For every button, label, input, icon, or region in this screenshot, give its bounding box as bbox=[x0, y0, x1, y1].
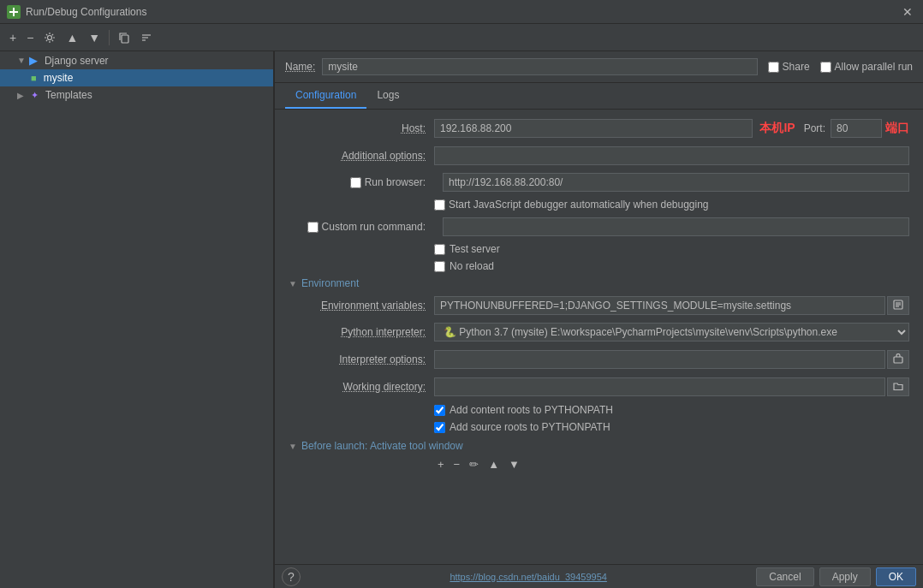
js-debugger-checkbox[interactable] bbox=[434, 199, 445, 211]
name-row: Name: Share Allow parallel run bbox=[275, 51, 923, 83]
python-interpreter-label: Python interpreter: bbox=[289, 326, 434, 338]
down-button[interactable]: ▼ bbox=[84, 28, 104, 47]
port-label: Port: bbox=[804, 122, 825, 134]
test-server-checkbox[interactable] bbox=[434, 244, 445, 255]
env-vars-label: Environment variables: bbox=[289, 300, 434, 312]
sidebar: ▼ ▶ Django server ■ mysite ▶ ✦ Templates bbox=[0, 51, 274, 588]
share-checkbox[interactable] bbox=[768, 62, 779, 73]
add-content-roots-checkbox[interactable] bbox=[434, 405, 445, 416]
remove-config-button[interactable]: − bbox=[22, 28, 38, 47]
templates-icon: ✦ bbox=[31, 90, 39, 101]
svg-rect-3 bbox=[122, 35, 128, 43]
python-interpreter-select[interactable]: 🐍 Python 3.7 (mysite) E:\workspace\Pycha… bbox=[434, 323, 909, 342]
host-row: Host: 本机IP Port: 端口 bbox=[289, 118, 909, 139]
python-interpreter-group: 🐍 Python 3.7 (mysite) E:\workspace\Pycha… bbox=[434, 323, 909, 342]
allow-parallel-wrap: Allow parallel run bbox=[820, 61, 913, 73]
close-button[interactable]: ✕ bbox=[899, 5, 916, 19]
sidebar-item-mysite[interactable]: ■ mysite bbox=[0, 69, 273, 86]
working-directory-browse-button[interactable] bbox=[887, 377, 909, 396]
interpreter-options-row: Interpreter options: bbox=[289, 349, 909, 370]
django-server-label: Django server bbox=[45, 55, 109, 67]
before-launch-arrow[interactable]: ▼ bbox=[289, 442, 297, 451]
environment-section-header: ▼ Environment bbox=[289, 277, 909, 289]
env-vars-input[interactable] bbox=[434, 296, 885, 315]
svg-rect-1 bbox=[13, 8, 15, 16]
interpreter-options-input[interactable] bbox=[434, 350, 885, 369]
tab-configuration[interactable]: Configuration bbox=[285, 83, 366, 109]
django-server-arrow: ▼ bbox=[17, 56, 26, 65]
bottom-bar: ? https://blog.csdn.net/baidu_39459954 C… bbox=[275, 564, 923, 588]
working-directory-input[interactable] bbox=[434, 377, 885, 396]
interpreter-options-group bbox=[434, 350, 909, 369]
run-browser-url-input[interactable] bbox=[443, 173, 909, 192]
no-reload-checkbox[interactable] bbox=[434, 261, 445, 272]
allow-parallel-label: Allow parallel run bbox=[835, 61, 913, 73]
custom-run-command-input[interactable] bbox=[443, 217, 909, 236]
test-server-label-wrap: Test server bbox=[434, 243, 500, 255]
additional-options-row: Additional options: bbox=[289, 146, 909, 166]
mysite-label: mysite bbox=[44, 72, 74, 84]
url-text[interactable]: https://blog.csdn.net/baidu_39459954 bbox=[450, 572, 606, 582]
content-panel: Name: Share Allow parallel run Configura… bbox=[275, 51, 923, 588]
cancel-button[interactable]: Cancel bbox=[756, 567, 813, 586]
additional-options-input[interactable] bbox=[434, 146, 909, 165]
share-label: Share bbox=[783, 61, 810, 73]
js-debugger-row: Start JavaScript debugger automatically … bbox=[289, 199, 909, 211]
sidebar-item-templates[interactable]: ▶ ✦ Templates bbox=[0, 86, 273, 104]
ok-button[interactable]: OK bbox=[876, 567, 916, 586]
run-browser-label-wrap: Run browser: bbox=[289, 176, 434, 188]
app-icon bbox=[7, 5, 21, 19]
before-launch-toolbar: + − ✏ ▲ ▼ bbox=[289, 457, 909, 472]
working-directory-label: Working directory: bbox=[289, 381, 434, 393]
django-server-icon: ▶ bbox=[29, 54, 38, 67]
allow-parallel-checkbox[interactable] bbox=[820, 62, 831, 73]
host-label: Host: bbox=[289, 122, 434, 134]
port-input[interactable] bbox=[831, 119, 882, 138]
before-launch-title: Before launch: Activate tool window bbox=[301, 440, 463, 452]
add-source-roots-checkbox[interactable] bbox=[434, 422, 445, 433]
before-launch-edit-button[interactable]: ✏ bbox=[466, 457, 482, 472]
before-launch-add-button[interactable]: + bbox=[434, 457, 448, 472]
settings-button[interactable] bbox=[39, 29, 60, 46]
window-title: Run/Debug Configurations bbox=[26, 6, 146, 18]
interpreter-options-browse-button[interactable] bbox=[887, 350, 909, 369]
before-launch-up-button[interactable]: ▲ bbox=[485, 457, 503, 472]
before-launch-section: ▼ Before launch: Activate tool window + … bbox=[289, 440, 909, 472]
env-vars-row: Environment variables: bbox=[289, 296, 909, 315]
python-interpreter-row: Python interpreter: 🐍 Python 3.7 (mysite… bbox=[289, 322, 909, 342]
add-config-button[interactable]: + bbox=[5, 28, 21, 47]
add-source-roots-label-wrap: Add source roots to PYTHONPATH bbox=[434, 421, 610, 433]
before-launch-remove-button[interactable]: − bbox=[450, 457, 464, 472]
apply-button[interactable]: Apply bbox=[819, 567, 871, 586]
tabs-bar: Configuration Logs bbox=[275, 83, 923, 110]
before-launch-header: ▼ Before launch: Activate tool window bbox=[289, 440, 909, 452]
tab-logs[interactable]: Logs bbox=[366, 83, 409, 109]
add-content-roots-label-wrap: Add content roots to PYTHONPATH bbox=[434, 404, 613, 416]
run-browser-checkbox[interactable] bbox=[350, 177, 361, 188]
help-button[interactable]: ? bbox=[282, 567, 301, 586]
sort-button[interactable] bbox=[136, 29, 157, 46]
additional-options-label: Additional options: bbox=[289, 150, 434, 162]
name-input[interactable] bbox=[322, 58, 757, 75]
env-vars-browse-button[interactable] bbox=[887, 296, 909, 315]
up-button[interactable]: ▲ bbox=[62, 28, 82, 47]
svg-point-2 bbox=[48, 35, 52, 39]
test-server-row: Test server bbox=[289, 243, 909, 255]
run-browser-label: Run browser: bbox=[365, 176, 426, 188]
share-wrap: Share bbox=[768, 61, 810, 73]
working-directory-group bbox=[434, 377, 909, 396]
sidebar-item-django-server[interactable]: ▼ ▶ Django server bbox=[0, 51, 273, 69]
custom-run-label-wrap: Custom run command: bbox=[289, 221, 434, 233]
environment-section-title: Environment bbox=[301, 277, 359, 289]
environment-section-arrow[interactable]: ▼ bbox=[289, 279, 297, 288]
add-content-roots-row: Add content roots to PYTHONPATH bbox=[289, 404, 909, 416]
toolbar-separator bbox=[109, 30, 110, 45]
custom-run-command-row: Custom run command: bbox=[289, 217, 909, 236]
name-row-right: Share Allow parallel run bbox=[768, 61, 913, 73]
host-input[interactable] bbox=[434, 119, 753, 138]
bottom-buttons: Cancel Apply OK bbox=[756, 567, 916, 586]
copy-button[interactable] bbox=[114, 29, 134, 46]
custom-run-checkbox[interactable] bbox=[307, 222, 319, 233]
env-vars-input-group bbox=[434, 296, 909, 315]
before-launch-down-button[interactable]: ▼ bbox=[505, 457, 523, 472]
